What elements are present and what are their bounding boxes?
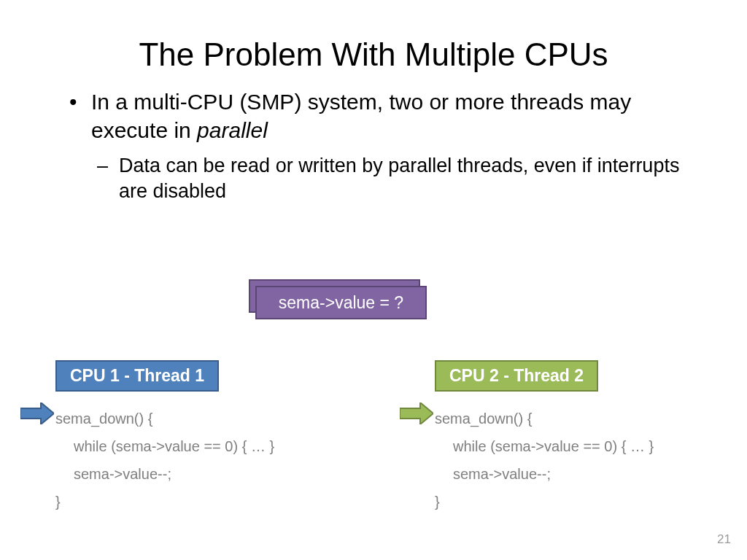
arrow-green-icon: [400, 402, 433, 424]
sema-value-box-front: sema->value = ?: [255, 286, 427, 319]
cpu2-header: CPU 2 - Thread 2: [435, 360, 598, 392]
code-line: }: [55, 488, 362, 516]
code-line: while (sema->value == 0) { … }: [55, 432, 362, 460]
cpu1-header: CPU 1 - Thread 1: [55, 360, 219, 392]
sema-value-box: sema->value = ?: [255, 286, 427, 319]
slide-title: The Problem With Multiple CPUs: [0, 0, 747, 88]
code-line: sema->value--;: [435, 460, 741, 488]
bullet-main-text: In a multi-CPU (SMP) system, two or more…: [91, 90, 631, 142]
bullet-main: In a multi-CPU (SMP) system, two or more…: [69, 88, 696, 144]
slide-content: In a multi-CPU (SMP) system, two or more…: [0, 88, 747, 204]
code-line: }: [435, 488, 741, 516]
code-line: while (sema->value == 0) { … }: [435, 432, 741, 460]
cpu1-code: sema_down() { while (sema->value == 0) {…: [55, 405, 362, 516]
cpu2-column: CPU 2 - Thread 2 sema_down() { while (se…: [435, 360, 741, 516]
bullet-sub: Data can be read or written by parallel …: [69, 153, 696, 204]
code-line: sema->value--;: [55, 460, 362, 488]
arrow-blue-icon: [20, 402, 54, 424]
bullet-main-em: parallel: [197, 118, 268, 142]
cpu2-code: sema_down() { while (sema->value == 0) {…: [435, 405, 741, 516]
page-number: 21: [717, 532, 731, 547]
code-line: sema_down() {: [55, 405, 362, 432]
code-line: sema_down() {: [435, 405, 741, 432]
cpu1-column: CPU 1 - Thread 1 sema_down() { while (se…: [55, 360, 362, 516]
